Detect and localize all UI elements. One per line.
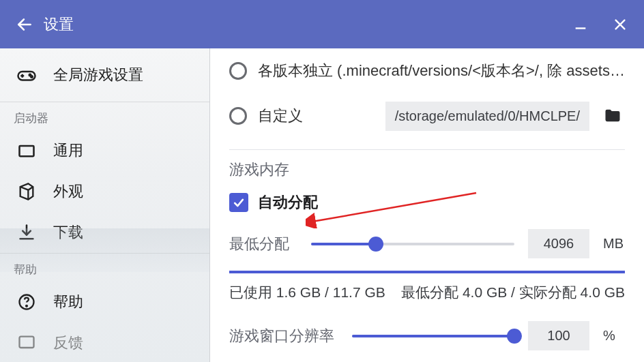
sidebar-item-label: 帮助 — [53, 292, 83, 312]
svg-point-8 — [31, 76, 33, 78]
appearance-icon — [16, 181, 37, 202]
svg-rect-17 — [20, 337, 34, 348]
back-button[interactable] — [10, 10, 40, 40]
min-allocate-row: 最低分配 4096 MB — [229, 229, 625, 258]
min-allocate-unit: MB — [603, 236, 625, 252]
close-button[interactable] — [610, 14, 630, 35]
browse-folder-button[interactable] — [600, 104, 625, 128]
radio-per-version[interactable]: 各版本独立 (.minecraft/versions/<版本名>/, 除 ass… — [229, 48, 625, 93]
sidebar-item-label: 外观 — [53, 181, 83, 202]
gamepad-icon — [16, 65, 37, 85]
sidebar-item-download[interactable]: 下载 — [0, 212, 209, 253]
sidebar-item-general[interactable]: 通用 — [0, 130, 209, 171]
auto-allocate-label: 自动分配 — [258, 192, 318, 213]
resolution-label: 游戏窗口分辨率 — [229, 326, 338, 346]
radio-custom[interactable]: 自定义 /storage/emulated/0/HMCLPE/ — [229, 93, 625, 138]
min-allocate-label: 最低分配 — [229, 234, 297, 254]
radio-icon[interactable] — [229, 107, 247, 125]
svg-line-10 — [20, 187, 29, 190]
radio-label: 自定义 — [258, 106, 303, 126]
memory-usage-bar — [229, 271, 625, 273]
download-icon — [16, 222, 37, 243]
sidebar-item-global-game-settings[interactable]: 全局游戏设置 — [0, 48, 209, 102]
custom-path-input[interactable]: /storage/emulated/0/HMCLPE/ — [385, 102, 589, 131]
auto-allocate-checkbox[interactable] — [229, 193, 248, 212]
svg-point-16 — [26, 305, 27, 307]
resolution-row: 游戏窗口分辨率 100 % — [229, 321, 625, 350]
rectangle-icon — [16, 140, 37, 161]
sidebar-item-label: 通用 — [53, 140, 83, 161]
sidebar-item-help[interactable]: 帮助 — [0, 282, 209, 322]
sidebar-section-launcher: 启动器 — [0, 102, 209, 130]
resolution-input[interactable]: 100 — [528, 321, 589, 350]
memory-usage-row: 已使用 1.6 GB / 11.7 GB 最低分配 4.0 GB / 实际分配 … — [229, 283, 625, 302]
sidebar: 全局游戏设置 启动器 通用 外观 下载 帮助 帮助 — [0, 48, 210, 362]
main-pane: 各版本独立 (.minecraft/versions/<版本名>/, 除 ass… — [210, 48, 644, 362]
min-allocate-slider[interactable] — [311, 235, 514, 254]
sidebar-item-label: 反馈 — [53, 333, 83, 353]
sidebar-item-appearance[interactable]: 外观 — [0, 171, 209, 212]
resolution-slider[interactable] — [352, 327, 514, 346]
help-icon — [16, 292, 37, 312]
sidebar-item-label: 下载 — [53, 222, 83, 243]
auto-allocate-row: 自动分配 — [229, 192, 625, 213]
min-allocate-input[interactable]: 4096 — [528, 229, 589, 258]
separator — [229, 149, 625, 150]
resolution-unit: % — [603, 328, 625, 344]
feedback-icon — [16, 333, 37, 353]
memory-title: 游戏内存 — [229, 160, 625, 180]
sidebar-item-feedback[interactable]: 反馈 — [0, 322, 209, 362]
memory-usage-used: 已使用 1.6 GB / 11.7 GB — [229, 283, 385, 302]
sidebar-section-help: 帮助 — [0, 253, 209, 282]
radio-icon[interactable] — [229, 62, 247, 80]
minimize-button[interactable] — [570, 14, 591, 35]
title-bar: 设置 — [0, 0, 644, 48]
radio-label: 各版本独立 (.minecraft/versions/<版本名>/, 除 ass… — [258, 61, 625, 81]
page-title: 设置 — [44, 14, 74, 35]
sidebar-item-label: 全局游戏设置 — [53, 65, 143, 85]
svg-rect-9 — [20, 146, 34, 156]
memory-usage-alloc: 最低分配 4.0 GB / 实际分配 4.0 GB — [401, 283, 625, 302]
